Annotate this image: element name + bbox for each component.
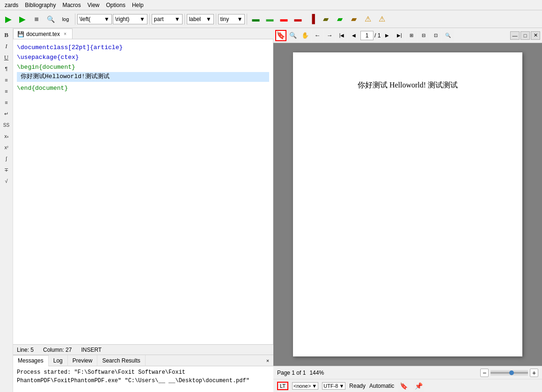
pdf-fitpage-btn[interactable]: ⊞ <box>406 30 417 41</box>
pdf-search-btn[interactable]: 🔍 <box>287 30 299 41</box>
toolbar-color2[interactable]: ▬ <box>263 13 276 26</box>
left-paren-dropdown[interactable]: \left( ▼ <box>77 14 112 24</box>
tiny-label: tiny <box>220 16 235 22</box>
tab-log[interactable]: Log <box>49 355 68 366</box>
pdf-fitwin-btn[interactable]: ⊡ <box>430 30 441 41</box>
pdf-zoom-in-btn[interactable]: 🔍 <box>442 30 454 41</box>
auto-status: Automatic <box>369 383 394 389</box>
tab-search-results[interactable]: Search Results <box>97 355 145 366</box>
menu-help[interactable]: Help <box>129 1 146 9</box>
align-right-icon[interactable]: ≡ <box>1 97 12 108</box>
tiny-dropdown[interactable]: tiny ▼ <box>218 14 245 24</box>
pdf-hand-btn[interactable]: ✋ <box>300 30 311 41</box>
tab-messages[interactable]: Messages <box>13 355 49 366</box>
superscript-icon[interactable]: x² <box>1 142 12 152</box>
pdf-bookmark-btn[interactable]: 🔖 <box>275 30 286 41</box>
code-line-3: \begin{document} <box>17 63 269 73</box>
toolbar-color1[interactable]: ▬ <box>249 13 262 26</box>
pdf-canvas-area[interactable]: 你好测试 Helloworld! 测试测试 <box>273 43 542 366</box>
status-line: Line: 5 <box>17 347 34 353</box>
play2-button[interactable]: ▶ <box>16 13 29 26</box>
part-dropdown[interactable]: part ▼ <box>152 14 183 24</box>
underline-icon[interactable]: U <box>1 52 12 63</box>
lt-status[interactable]: LT <box>277 382 288 390</box>
log-button[interactable]: log <box>58 13 73 26</box>
tab-close-btn[interactable]: × <box>62 31 68 37</box>
zoom-slider[interactable] <box>491 370 528 376</box>
zoom-minus-btn[interactable]: − <box>480 369 489 377</box>
separator4 <box>216 14 216 25</box>
menu-bar: zards Bibliography Macros View Options H… <box>0 0 542 10</box>
left-paren-arrow: ▼ <box>104 16 110 22</box>
pdf-back-btn[interactable]: ← <box>312 30 323 41</box>
label-label: label <box>189 16 204 22</box>
pdf-minimize-btn[interactable]: — <box>510 31 520 40</box>
pdf-close-btn[interactable]: ✕ <box>531 31 540 40</box>
part-arrow: ▼ <box>175 16 180 22</box>
editor-status-bar: Line: 5 Column: 27 INSERT <box>13 344 273 355</box>
toolbar-color8[interactable]: ▰ <box>347 13 360 26</box>
toolbar-color3[interactable]: ▬ <box>277 13 290 26</box>
bottom-panel-close[interactable]: × <box>264 357 271 364</box>
separator2 <box>149 14 150 25</box>
pdf-status-btn2[interactable]: 📌 <box>413 380 424 392</box>
pdf-scroll-container[interactable]: 你好测试 Helloworld! 测试测试 <box>273 43 542 366</box>
ss-icon[interactable]: SS <box>1 120 12 130</box>
integral-icon[interactable]: ∫ <box>1 153 12 164</box>
pdf-forward-btn[interactable]: → <box>324 30 335 41</box>
right-paren-dropdown[interactable]: \right) ▼ <box>113 14 147 24</box>
code-editor[interactable]: \documentclass[22pt]{article} \usepackag… <box>13 39 273 344</box>
stop-button[interactable]: ■ <box>30 13 43 26</box>
menu-bibliography[interactable]: Bibliography <box>22 1 59 9</box>
pdf-fitwidth-btn[interactable]: ⊟ <box>418 30 429 41</box>
pdf-status-bar1: Page 1 of 1 144% − + <box>273 366 542 379</box>
separator1 <box>75 14 75 25</box>
toolbar-warn1[interactable]: ⚠ <box>361 13 374 26</box>
align-left-icon[interactable]: ≡ <box>1 75 12 85</box>
toolbar-color6[interactable]: ▰ <box>319 13 332 26</box>
pdf-content-text: 你好测试 Helloworld! 测试测试 <box>358 80 458 90</box>
return-icon[interactable]: ↵ <box>1 109 12 119</box>
pdf-first-btn[interactable]: |◀ <box>336 30 347 41</box>
italic-icon[interactable]: I <box>1 41 12 51</box>
toolbar-color7[interactable]: ▰ <box>333 13 346 26</box>
search-button[interactable]: 🔍 <box>44 13 57 26</box>
paragraph-icon[interactable]: ¶ <box>1 64 12 74</box>
align-center-icon[interactable]: ≡ <box>1 86 12 96</box>
sqrt-icon[interactable]: √ <box>1 176 12 186</box>
pdf-zoom-control: − + <box>480 369 538 377</box>
bottom-panel-tabs: Messages Log Preview Search Results × <box>13 355 273 366</box>
menu-view[interactable]: View <box>85 1 103 9</box>
pdf-prev-btn[interactable]: ◀ <box>348 30 359 41</box>
none-dropdown[interactable]: <none>▼ <box>292 382 318 390</box>
zoom-plus-btn[interactable]: + <box>530 369 538 377</box>
pdf-page: 你好测试 Helloworld! 测试测试 <box>293 52 522 356</box>
pdf-next-btn[interactable]: ▶ <box>381 30 393 41</box>
toolbar-color5[interactable]: ▐ <box>305 13 318 26</box>
pdf-last-btn[interactable]: ▶| <box>394 30 405 41</box>
utf8-dropdown[interactable]: UTF-8▼ <box>322 382 345 390</box>
editor-area: 💾 document.tex × \documentclass[22pt]{ar… <box>13 28 273 392</box>
left-sidebar: B I U ¶ ≡ ≡ ≡ ↵ SS x₂ x² ∫ ∓ √ <box>0 28 13 392</box>
document-tab[interactable]: 💾 document.tex × <box>13 29 73 39</box>
play-button[interactable]: ▶ <box>2 13 15 26</box>
pdf-page-input[interactable] <box>360 31 374 40</box>
bold-icon[interactable]: B <box>1 30 12 40</box>
menu-options[interactable]: Options <box>103 1 128 9</box>
tiny-arrow: ▼ <box>237 16 243 22</box>
code-line-1: \documentclass[22pt]{article} <box>17 43 269 53</box>
subscript-icon[interactable]: x₂ <box>1 131 12 141</box>
menu-wizards[interactable]: zards <box>2 1 21 9</box>
part-label: part <box>154 16 173 22</box>
toolbar-color4[interactable]: ▬ <box>291 13 304 26</box>
pdf-status-btn1[interactable]: 🔖 <box>398 380 409 392</box>
menu-macros[interactable]: Macros <box>59 1 83 9</box>
toolbar: ▶ ▶ ■ 🔍 log \left( ▼ \right) ▼ part ▼ la… <box>0 10 542 28</box>
label-dropdown[interactable]: label ▼ <box>187 14 214 24</box>
tab-preview[interactable]: Preview <box>68 355 98 366</box>
toolbar-warn2[interactable]: ⚠ <box>375 13 388 26</box>
zoom-slider-thumb <box>509 370 514 375</box>
pm-icon[interactable]: ∓ <box>1 165 12 175</box>
bottom-panel-content: Process started: "F:\Software\Foxit Soft… <box>13 366 273 387</box>
pdf-maximize-btn[interactable]: □ <box>520 31 530 40</box>
